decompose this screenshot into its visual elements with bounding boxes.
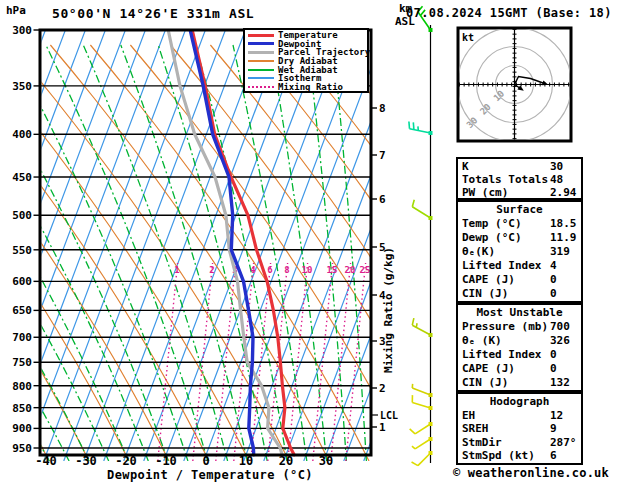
mixing-ratio-label: 1 (174, 265, 179, 275)
copyright: © weatheronline.co.uk (453, 466, 609, 480)
panel-row-value: 0 (550, 273, 577, 287)
wind-barb-full-tick (412, 462, 418, 466)
wind-barb-stem (412, 207, 430, 218)
km-tick-label: 1 (379, 421, 386, 434)
isotherm-line (84, 30, 246, 461)
panel-row-label: EH (462, 409, 550, 423)
panel-row: Temp (°C)18.5 (462, 217, 577, 231)
pressure-tick-label: 850 (12, 402, 32, 415)
wet-adiabat-line (0, 45, 69, 461)
isotherm-line (264, 30, 426, 461)
panel-row-label: K (462, 160, 550, 173)
mixing-ratio-label: 10 (302, 265, 313, 275)
panel-row-label: CIN (J) (462, 287, 550, 301)
wind-barb-stem (415, 439, 430, 449)
legend-line-sample (248, 69, 274, 71)
panel-row-value: 6 (550, 449, 577, 463)
wind-barb-full-tick (413, 122, 414, 129)
panel-row-label: SREH (462, 422, 550, 436)
pressure-tick-label: 900 (12, 422, 32, 435)
wind-barb-stem (410, 129, 431, 133)
panel-title: Hodograph (462, 395, 577, 409)
panel-row-value: 0 (550, 362, 577, 376)
run-datetime: 07.08.2024 15GMT (Base: 18) (406, 6, 612, 20)
panel-row-label: CAPE (J) (462, 362, 550, 376)
km-tick-label: 8 (379, 102, 386, 115)
panel-row-value: 700 (550, 320, 577, 334)
panel-row: EH12 (462, 409, 577, 423)
mixing-ratio-axis-label: Mixing Ratio (g/kg) (382, 247, 395, 373)
lcl-label: LCL (380, 410, 398, 421)
panel-row: θₑ (K)326 (462, 334, 577, 348)
panel-row-value: 30 (550, 160, 577, 173)
panel-row: PW (cm)2.94 (462, 186, 577, 199)
legend-line-sample (248, 77, 274, 79)
panel-row-value: 12 (550, 409, 577, 423)
isotherm-line (284, 30, 446, 461)
panel-row-value: 48 (550, 173, 577, 186)
mixing-ratio-label: 15 (327, 265, 338, 275)
temp-tick-label: 10 (239, 454, 253, 468)
panel-row-value: 9 (550, 422, 577, 436)
panel-row-label: StmDir (462, 436, 550, 450)
mixing-ratio-label: 20 (345, 265, 356, 275)
panel-row-label: Totals Totals (462, 173, 550, 186)
wind-barb-column (409, 6, 433, 465)
legend-line-sample (248, 60, 274, 62)
wind-barb (412, 437, 433, 449)
wind-barb (412, 318, 432, 337)
pressure-tick-label: 400 (12, 128, 32, 141)
panel-row-label: Lifted Index (462, 348, 550, 362)
panel-row-label: Pressure (mb) (462, 320, 550, 334)
page-title: 50°00'N 14°26'E 331m ASL (52, 6, 254, 21)
panel-hodograph-stats: HodographEH12SREH9StmDir287°StmSpd (kt)6 (456, 392, 583, 465)
panel-row: CAPE (J)0 (462, 273, 577, 287)
pressure-tick-label: 350 (12, 80, 32, 93)
mixing-ratio-label: 4 (250, 265, 256, 275)
panel-row: Pressure (mb)700 (462, 320, 577, 334)
isotherm-line (104, 30, 266, 461)
panel-most-unstable: Most UnstablePressure (mb)700θₑ (K)326Li… (456, 303, 583, 392)
panel-row: Lifted Index4 (462, 259, 577, 273)
panel-row-label: Dewp (°C) (462, 231, 550, 245)
pressure-tick-label: 450 (12, 171, 32, 184)
pressure-tick-label: 500 (12, 209, 32, 222)
legend-item-label: Dry Adiabat (278, 57, 338, 65)
mixing-ratio-label: 6 (267, 265, 272, 275)
pressure-tick-label: 750 (12, 356, 32, 369)
panel-row-value: 319 (550, 245, 577, 259)
temp-tick-label: -10 (155, 454, 177, 468)
wind-barb-full-tick (412, 200, 414, 207)
legend: TemperatureDewpointParcel TrajectoryDry … (243, 28, 369, 93)
panel-row: CIN (J)0 (462, 287, 577, 301)
panel-row-value: 287° (550, 436, 577, 450)
wind-barb (412, 384, 432, 397)
legend-line-sample (248, 42, 274, 45)
hodograph: kt102030 (458, 28, 572, 142)
dry-adiabat-line (0, 45, 249, 461)
dry-adiabat-line (170, 45, 449, 461)
legend-item: Mixing Ratio (248, 83, 367, 92)
wind-barb (412, 200, 432, 220)
panel-row-value: 326 (550, 334, 577, 348)
pressure-tick-label: 800 (12, 380, 32, 393)
mixing-ratio-label: 8 (284, 265, 289, 275)
wind-barb (410, 422, 433, 434)
temp-tick-label: -20 (115, 454, 137, 468)
pressure-tick-label: 300 (12, 24, 32, 37)
wind-barb-stem (418, 453, 431, 466)
hodograph-unit-label: kt (462, 32, 474, 43)
temp-tick-label: 30 (319, 454, 333, 468)
wind-barb-full-tick (412, 318, 414, 325)
mixing-ratio-label: 25 (360, 265, 371, 275)
wind-barb-full-tick (409, 122, 410, 129)
legend-line-sample (248, 86, 274, 88)
wind-barb-stem (415, 424, 430, 434)
panel-row-label: θₑ (K) (462, 334, 550, 348)
legend-line-sample (248, 34, 274, 37)
panel-row-value: 0 (550, 287, 577, 301)
wind-barb-half-tick (416, 323, 417, 327)
km-tick-label: 7 (379, 149, 386, 162)
panel-row-value: 11.9 (550, 231, 577, 245)
panel-row-value: 132 (550, 376, 577, 390)
